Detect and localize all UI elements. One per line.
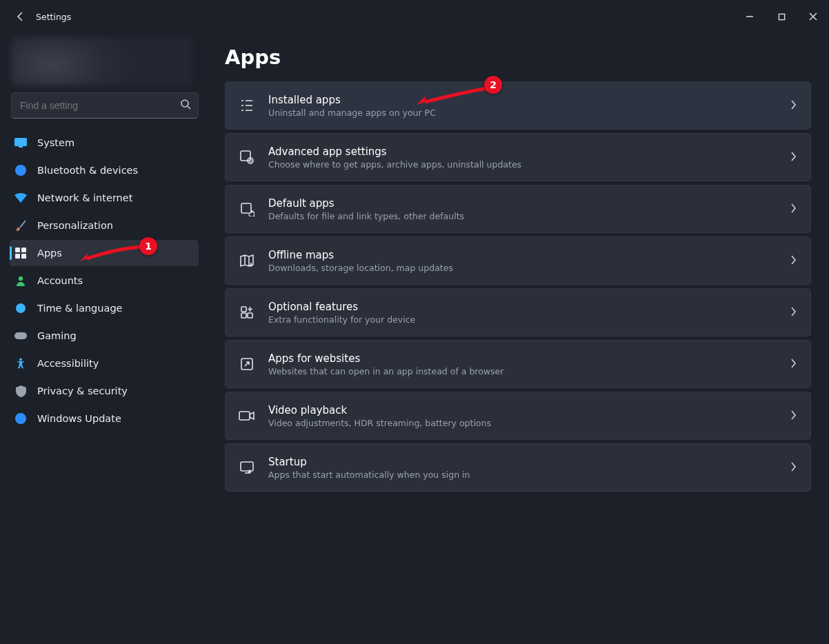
accessibility-icon xyxy=(14,356,28,370)
card-text: Video playback Video adjustments, HDR st… xyxy=(268,396,777,436)
card-title: Startup xyxy=(268,456,777,468)
sidebar-item-label: Windows Update xyxy=(37,413,121,424)
sidebar-item-accounts[interactable]: Accounts xyxy=(10,268,199,294)
close-button[interactable] xyxy=(797,6,829,28)
person-icon xyxy=(14,274,28,288)
svg-rect-7 xyxy=(15,254,20,259)
update-icon xyxy=(14,412,28,425)
sidebar-item-privacy[interactable]: Privacy & security xyxy=(10,378,199,404)
chevron-right-icon xyxy=(790,203,797,216)
marker-number: 2 xyxy=(490,79,497,90)
page-title: Apps xyxy=(225,46,811,69)
sidebar-item-label: Apps xyxy=(37,248,62,259)
sidebar-item-update[interactable]: Windows Update xyxy=(10,405,199,432)
sidebar-item-personalization[interactable]: Personalization xyxy=(10,212,199,239)
sidebar-item-label: Accounts xyxy=(37,275,83,286)
sidebar-item-bluetooth[interactable]: Bluetooth & devices xyxy=(10,157,199,183)
card-video-playback[interactable]: Video playback Video adjustments, HDR st… xyxy=(225,392,811,440)
card-title: Offline maps xyxy=(268,249,777,261)
sidebar-item-label: Time & language xyxy=(37,303,123,314)
video-icon xyxy=(238,407,256,425)
svg-rect-18 xyxy=(241,313,246,318)
card-text: Startup Apps that start automatically wh… xyxy=(268,447,777,488)
title-bar-left: Settings xyxy=(0,8,71,25)
svg-point-12 xyxy=(19,359,22,361)
sidebar-item-label: Privacy & security xyxy=(37,385,128,396)
sidebar: System Bluetooth & devices Network & int… xyxy=(0,33,204,644)
gaming-icon xyxy=(14,329,28,343)
default-apps-icon xyxy=(238,200,256,218)
card-startup[interactable]: Startup Apps that start automatically wh… xyxy=(225,443,811,492)
chevron-right-icon xyxy=(790,99,797,112)
chevron-right-icon xyxy=(790,254,797,268)
wifi-icon xyxy=(14,191,28,205)
sidebar-item-system[interactable]: System xyxy=(10,130,199,156)
card-optional-features[interactable]: Optional features Extra functionality fo… xyxy=(225,288,811,336)
card-subtitle: Uninstall and manage apps on your PC xyxy=(268,108,777,118)
card-text: Optional features Extra functionality fo… xyxy=(268,292,777,333)
sidebar-item-gaming[interactable]: Gaming xyxy=(10,323,199,349)
annotation-marker-2: 2 xyxy=(484,76,502,94)
card-apps-for-websites[interactable]: Apps for websites Websites that can open… xyxy=(225,340,811,388)
card-text: Default apps Defaults for file and link … xyxy=(268,189,777,230)
app-title: Settings xyxy=(36,12,71,22)
card-subtitle: Defaults for file and link types, other … xyxy=(268,211,777,221)
card-title: Apps for websites xyxy=(268,352,777,365)
card-default-apps[interactable]: Default apps Defaults for file and link … xyxy=(225,185,811,233)
card-text: Installed apps Uninstall and manage apps… xyxy=(268,85,777,126)
card-subtitle: Video adjustments, HDR streaming, batter… xyxy=(268,418,777,428)
main-content: Apps Installed apps Uninstall and manage… xyxy=(204,33,829,644)
svg-rect-16 xyxy=(241,203,251,213)
card-subtitle: Choose where to get apps, archive apps, … xyxy=(268,159,777,170)
minimize-button[interactable] xyxy=(734,6,766,28)
card-installed-apps[interactable]: Installed apps Uninstall and manage apps… xyxy=(225,81,811,130)
svg-point-9 xyxy=(19,276,23,281)
card-title: Default apps xyxy=(268,197,777,210)
open-external-icon xyxy=(238,355,256,373)
svg-rect-19 xyxy=(248,313,252,318)
svg-rect-14 xyxy=(241,151,250,161)
sidebar-item-accessibility[interactable]: Accessibility xyxy=(10,350,199,376)
window-controls xyxy=(734,6,829,28)
installed-apps-icon xyxy=(238,97,256,114)
chevron-right-icon xyxy=(790,151,797,164)
card-advanced-app-settings[interactable]: Advanced app settings Choose where to ge… xyxy=(225,133,811,181)
search-icon xyxy=(180,99,191,112)
optional-features-icon xyxy=(238,303,256,321)
maximize-button[interactable] xyxy=(766,6,797,28)
system-icon xyxy=(14,136,28,150)
bluetooth-icon xyxy=(14,163,28,177)
sidebar-item-label: Network & internet xyxy=(37,192,132,203)
back-button[interactable] xyxy=(12,8,29,25)
svg-rect-8 xyxy=(21,254,26,259)
card-subtitle: Extra functionality for your device xyxy=(268,314,777,325)
svg-rect-22 xyxy=(241,462,253,471)
search-input[interactable] xyxy=(19,99,180,112)
card-text: Advanced app settings Choose where to ge… xyxy=(268,137,777,178)
map-icon xyxy=(238,252,256,270)
chevron-right-icon xyxy=(790,306,797,319)
svg-rect-6 xyxy=(21,248,26,252)
marker-number: 1 xyxy=(145,241,152,252)
nav: System Bluetooth & devices Network & int… xyxy=(0,128,204,432)
card-text: Apps for websites Websites that can open… xyxy=(268,344,777,385)
annotation-marker-1: 1 xyxy=(139,237,157,255)
sidebar-item-network[interactable]: Network & internet xyxy=(10,185,199,211)
sidebar-item-label: Bluetooth & devices xyxy=(37,165,138,176)
chevron-right-icon xyxy=(790,358,797,371)
card-subtitle: Websites that can open in an app instead… xyxy=(268,366,777,376)
svg-rect-11 xyxy=(14,332,27,339)
sidebar-item-apps[interactable]: Apps xyxy=(10,240,199,266)
shield-icon xyxy=(14,384,28,398)
svg-rect-5 xyxy=(15,248,20,252)
profile-card[interactable] xyxy=(11,37,193,85)
layout: System Bluetooth & devices Network & int… xyxy=(0,33,829,644)
search-box[interactable] xyxy=(11,92,199,119)
card-title: Video playback xyxy=(268,404,777,416)
sidebar-item-time[interactable]: Time & language xyxy=(10,295,199,321)
chevron-right-icon xyxy=(790,461,797,474)
title-bar: Settings xyxy=(0,0,829,33)
card-offline-maps[interactable]: Offline maps Downloads, storage location… xyxy=(225,237,811,285)
svg-rect-2 xyxy=(14,138,27,146)
sidebar-item-label: Personalization xyxy=(37,220,113,231)
